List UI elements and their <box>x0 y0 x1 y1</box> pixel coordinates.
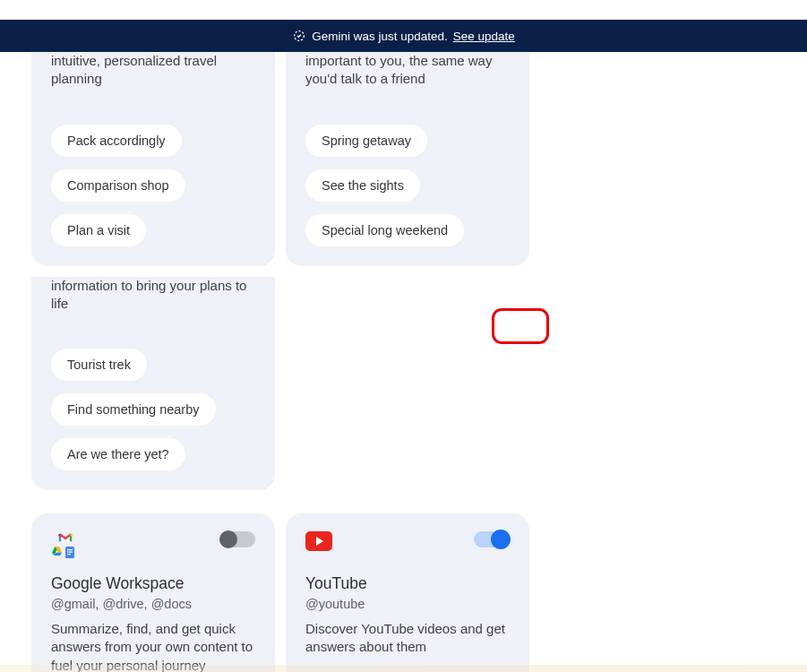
card-friend-talk: important to you, the same way you'd tal… <box>286 52 529 266</box>
see-update-link[interactable]: See update <box>453 30 515 43</box>
workspace-toggle[interactable] <box>219 531 255 547</box>
svg-rect-4 <box>67 549 73 550</box>
card-handle: @youtube <box>305 597 510 611</box>
card-description: information to bring your plans to life <box>51 277 255 314</box>
card-plans-to-life: information to bring your plans to life … <box>31 277 275 491</box>
card-travel-planning: intuitive, personalized travel planning … <box>31 52 275 266</box>
chip-pack-accordingly[interactable]: Pack accordingly <box>51 125 182 157</box>
card-title: Google Workspace <box>51 574 255 593</box>
svg-rect-5 <box>67 552 73 553</box>
card-description: intuitive, personalized travel planning <box>51 52 255 89</box>
card-description: Discover YouTube videos and get answers … <box>305 620 510 657</box>
card-google-workspace: Google Workspace @gmail, @drive, @docs S… <box>31 513 275 672</box>
card-handle: @gmail, @drive, @docs <box>51 597 255 611</box>
chip-see-the-sights[interactable]: See the sights <box>305 169 420 202</box>
chip-are-we-there-yet[interactable]: Are we there yet? <box>51 438 185 470</box>
chip-spring-getaway[interactable]: Spring getaway <box>305 125 427 157</box>
chip-comparison-shop[interactable]: Comparison shop <box>51 169 185 202</box>
chip-special-long-weekend[interactable]: Special long weekend <box>305 214 464 246</box>
youtube-toggle[interactable] <box>474 531 510 547</box>
sparkle-icon <box>292 29 306 43</box>
bottom-gradient <box>0 665 807 672</box>
update-banner: Gemini was just updated. See update <box>0 20 807 52</box>
chip-plan-a-visit[interactable]: Plan a visit <box>51 214 146 246</box>
youtube-icon <box>305 531 332 551</box>
chip-tourist-trek[interactable]: Tourist trek <box>51 349 147 381</box>
chip-find-something-nearby[interactable]: Find something nearby <box>51 393 216 426</box>
svg-rect-6 <box>67 554 71 555</box>
extension-grid-row1: intuitive, personalized travel planning … <box>31 52 776 490</box>
banner-text: Gemini was just updated. <box>312 30 448 43</box>
card-description: important to you, the same way you'd tal… <box>305 52 510 89</box>
card-title: YouTube <box>305 574 510 593</box>
card-youtube: YouTube @youtube Discover YouTube videos… <box>286 513 529 672</box>
workspace-icon-cluster <box>51 531 78 556</box>
